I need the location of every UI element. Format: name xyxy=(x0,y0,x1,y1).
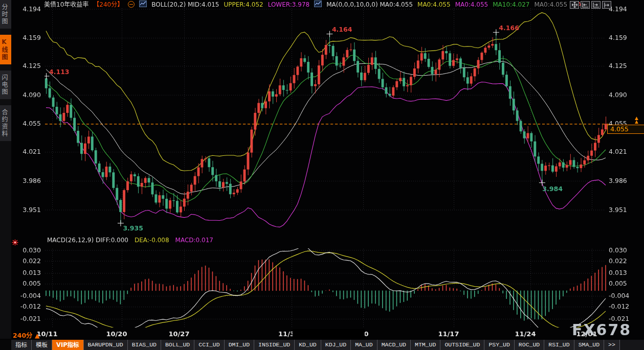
sidebar-tab-K线图[interactable]: K线图 xyxy=(0,35,11,64)
footer-tab-MTM_UD[interactable]: MTM_UD xyxy=(411,340,440,350)
sidebar-tab-合约资料[interactable]: 合约资料 xyxy=(0,105,11,141)
header-indicator-value: MA10:4.027 xyxy=(493,1,529,8)
header-indicator-value: 美债10年收益率 xyxy=(44,1,88,8)
price-axis-tick: 3.951 xyxy=(609,206,635,214)
price-axis-tick: 4.090 xyxy=(14,91,41,99)
macd-indicator-value: DEA:-0.008 xyxy=(135,237,169,244)
footer-tab-BARUPDN_UD[interactable]: BARUPDN_UD xyxy=(84,340,128,350)
price-axis-tick: 4.159 xyxy=(14,34,41,41)
xaxis-date-label: 10/20 xyxy=(106,330,127,338)
price-annotation-label: 4.166 xyxy=(499,24,519,32)
header-indicator-value: MA(0,0,0,10,0,0) MA0:4.055 xyxy=(326,1,413,8)
indicator-tabbar: 指标模板VIP指标BARUPDN_UDBIAS_UDBOLL_UDCCI_UDD… xyxy=(0,340,644,350)
footer-tab-ROC_UD[interactable]: ROC_UD xyxy=(515,340,544,350)
macd-axis-tick: 0.005 xyxy=(609,280,635,287)
footer-tab-OUTSIDE_UD[interactable]: OUTSIDE_UD xyxy=(440,340,484,350)
macd-axis-tick: 0.005 xyxy=(14,280,41,287)
price-axis-tick: 4.021 xyxy=(14,148,41,155)
macd-axis-tick: 0.022 xyxy=(609,258,635,265)
footer-tab-INSIDE_UD[interactable]: INSIDE_UD xyxy=(254,340,295,350)
macd-axis-tick: 0.013 xyxy=(609,269,635,276)
price-axis-tick: 4.125 xyxy=(609,62,635,69)
footer-tab-RSI_UD[interactable]: RSI_UD xyxy=(544,340,574,350)
indicator-chart-icon xyxy=(314,1,322,9)
footer-tab-MACD_UD[interactable]: MACD_UD xyxy=(377,340,411,350)
header-indicator-value: MA0:4.055 xyxy=(455,1,488,8)
minus-circle-icon[interactable] xyxy=(128,1,135,8)
price-axis-tick: 3.951 xyxy=(14,206,41,214)
sidebar: 分时图K线图闪电图合约资料 xyxy=(0,0,11,339)
price-axis-tick: 4.194 xyxy=(609,6,635,13)
macd-axis-tick: -0.021 xyxy=(14,315,41,322)
xaxis-date-label: 10/27 xyxy=(169,330,190,338)
price-annotation-label: 3.984 xyxy=(542,185,563,193)
macd-indicator-value: MACD(26,12,9) DIFF:0.000 xyxy=(47,237,128,244)
price-axis-tick: 3.986 xyxy=(609,177,635,184)
chart-header: 美债10年收益率【240分】BOLL(20,2) MID:4.015UPPER:… xyxy=(44,1,587,8)
period-label: 240分 xyxy=(13,332,33,339)
macd-axis-tick: -0.004 xyxy=(609,292,635,299)
header-indicator-value: UPPER:4.052 xyxy=(224,1,263,8)
watermark-logo: FX678 xyxy=(572,321,631,339)
footer-tab-BOLL_UD[interactable]: BOLL_UD xyxy=(161,340,194,350)
macd-axis-tick: -0.012 xyxy=(609,303,635,310)
header-indicator-value: MA0:4.055 xyxy=(534,1,567,8)
period-selector[interactable]: 240分 ▲ xyxy=(13,330,40,340)
footer-tab-SMA_UD[interactable]: SMA_UD xyxy=(574,340,604,350)
price-axis-tick: 4.125 xyxy=(14,62,41,69)
footer-tab-BIAS_UD[interactable]: BIAS_UD xyxy=(128,340,161,350)
macd-axis-tick: 0.030 xyxy=(609,247,635,254)
axis-compress-right-icon[interactable] xyxy=(591,1,601,9)
footer-tab-DMI_UD[interactable]: DMI_UD xyxy=(225,340,254,350)
header-indicator-value: MA0:4.055 xyxy=(417,1,451,8)
indicator-chart-icon xyxy=(139,1,147,9)
footer-tab-KDJ_UD[interactable]: KDJ_UD xyxy=(321,340,351,350)
pan-right-icon[interactable] xyxy=(602,1,611,9)
footer-tab-PSY_UD[interactable]: PSY_UD xyxy=(484,340,514,350)
sidebar-tab-分时图[interactable]: 分时图 xyxy=(0,0,11,29)
price-axis-tick: 4.021 xyxy=(609,148,635,155)
crosshair-move-icon[interactable] xyxy=(570,1,579,9)
chart-toolbar xyxy=(570,1,611,9)
footer-tab-MA_UD[interactable]: MA_UD xyxy=(351,340,377,350)
up-triangle-icon: ▲ xyxy=(35,332,40,339)
price-axis-tick: 4.159 xyxy=(609,34,635,41)
macd-header: MACD(26,12,9) DIFF:0.000DEA:-0.008MACD:0… xyxy=(47,237,213,244)
header-indicator-value: 【240分】 xyxy=(93,1,123,8)
price-annotation-label: 4.113 xyxy=(49,68,70,76)
star-icon xyxy=(12,238,18,248)
header-indicator-value: LOWER:3.978 xyxy=(268,1,310,8)
price-axis-tick: 4.194 xyxy=(14,6,41,13)
price-annotation-label: 4.164 xyxy=(332,26,352,33)
footer-tab-VIP[interactable]: VIP指标 xyxy=(52,340,84,350)
macd-axis-tick: -0.012 xyxy=(14,303,41,310)
price-axis-tick: 3.986 xyxy=(14,177,41,184)
footer-tab-KD_UD[interactable]: KD_UD xyxy=(295,340,321,350)
header-indicator-value: BOLL(20,2) MID:4.015 xyxy=(151,1,219,8)
price-annotation-label: 3.935 xyxy=(123,224,143,232)
sidebar-tab-闪电图[interactable]: 闪电图 xyxy=(0,71,11,99)
footer-tab-CCI_UD[interactable]: CCI_UD xyxy=(194,340,224,350)
trading-terminal: 分时图K线图闪电图合约资料 美债10年收益率【240分】BOLL(20,2) M… xyxy=(0,0,644,350)
footer-tab-[interactable]: 指标 xyxy=(11,340,32,350)
price-up-arrow-icon: ▲▲ xyxy=(635,116,638,124)
axis-compress-left-icon[interactable] xyxy=(581,1,590,9)
macd-axis-tick: -0.004 xyxy=(14,292,41,299)
price-axis-tick: 4.055 xyxy=(14,120,41,127)
redaction-box xyxy=(293,329,365,339)
price-axis-tick: 4.090 xyxy=(609,91,635,99)
kline-macd-chart-canvas[interactable] xyxy=(0,0,644,350)
macd-axis-tick: 0.022 xyxy=(14,258,41,265)
macd-indicator-value: MACD:0.017 xyxy=(175,237,213,244)
xaxis-date-label: 11/24 xyxy=(515,330,536,338)
last-price-badge: 4.055 xyxy=(607,125,644,134)
footer-tab-[interactable]: 模板 xyxy=(32,340,52,350)
footer-corner xyxy=(0,340,11,350)
xaxis-date-label: 11/17 xyxy=(438,330,459,338)
macd-axis-tick: 0.013 xyxy=(14,269,41,276)
footer-tab-[interactable]: >> xyxy=(604,340,620,350)
